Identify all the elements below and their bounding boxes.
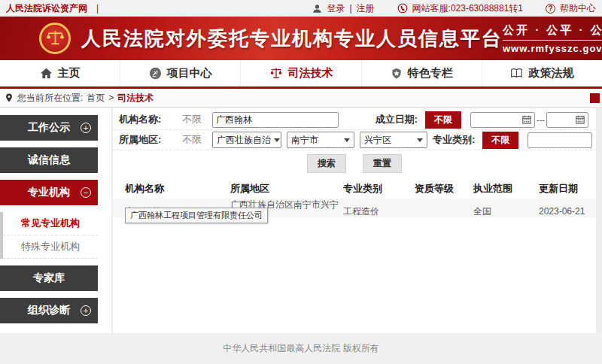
calendar-icon[interactable] bbox=[576, 115, 585, 124]
nav-label: 司法技术 bbox=[288, 66, 333, 80]
sidebar-item-work-publicity[interactable]: 工作公示 + bbox=[0, 115, 98, 141]
home-icon bbox=[40, 67, 53, 80]
sidebar: 工作公示 + 诚信信息 专业机构 − 常见专业机构 特殊专业机构 专家库 组织诊… bbox=[0, 115, 98, 330]
date-range-separator: --- bbox=[537, 115, 545, 124]
province-select[interactable]: 广西壮族自治 bbox=[212, 132, 281, 148]
nav-item-policy[interactable]: 政策法规 bbox=[482, 60, 602, 86]
city-select[interactable]: 南宁市 bbox=[287, 132, 354, 148]
table-header-row: 机构名称 所属地区 专业类别 资质等级 执业范围 更新日期 bbox=[113, 179, 596, 199]
col-header-region: 所属地区 bbox=[230, 182, 343, 196]
region-any[interactable]: 不限 bbox=[172, 133, 212, 147]
breadcrumb-current: 司法技术 bbox=[117, 92, 154, 105]
category-input[interactable] bbox=[528, 132, 592, 148]
login-register-divider: | bbox=[349, 3, 351, 14]
district-select[interactable]: 兴宁区 bbox=[360, 132, 427, 148]
project-center-icon bbox=[149, 67, 162, 80]
breadcrumb: 您当前所在位置: 首页 > 司法技术 bbox=[0, 89, 602, 108]
page-footer: 中华人民共和国最高人民法院 版权所有 bbox=[0, 333, 602, 364]
filter-row-org-name: 机构名称: 不限 成立日期: 不限 --- bbox=[113, 110, 596, 130]
col-header-grade: 资质等级 bbox=[415, 182, 473, 196]
sidebar-item-integrity-info[interactable]: 诚信信息 bbox=[0, 147, 98, 173]
banner-slogan: 公开 · 公平 · 公正 bbox=[503, 23, 602, 41]
site-name[interactable]: 人民法院诉讼资产网 bbox=[6, 2, 87, 15]
scales-icon bbox=[269, 67, 283, 80]
nav-item-project-center[interactable]: 项目中心 bbox=[120, 60, 241, 86]
content-area: 工作公示 + 诚信信息 专业机构 − 常见专业机构 特殊专业机构 专家库 组织诊… bbox=[0, 108, 602, 333]
cell-updated: 2023-06-21 bbox=[539, 206, 596, 217]
cell-category: 工程造价 bbox=[343, 205, 415, 218]
org-name-input[interactable] bbox=[212, 112, 339, 128]
breadcrumb-prefix: 您当前所在位置: bbox=[17, 92, 83, 105]
col-header-name: 机构名称 bbox=[125, 182, 230, 196]
col-header-category: 专业类别 bbox=[343, 182, 415, 196]
founding-date-any-button[interactable]: 不限 bbox=[425, 111, 461, 129]
top-utility-bar: 人民法院诉讼资产网 | 登录 | 注册 网站客服:023-63088881转1 … bbox=[0, 0, 602, 17]
col-header-updated: 更新日期 bbox=[539, 182, 596, 196]
court-emblem-logo bbox=[39, 23, 71, 54]
submenu-item-special-institutions[interactable]: 特殊专业机构 bbox=[3, 235, 98, 259]
nav-item-home[interactable]: 主页 bbox=[0, 60, 120, 86]
main-nav: 主页 项目中心 司法技术 特色专栏 政策法规 bbox=[0, 60, 602, 89]
user-icon bbox=[312, 4, 322, 14]
customer-service-link[interactable]: 网站客服:023-63088881转1 bbox=[412, 2, 523, 15]
form-actions: 搜索 重置 bbox=[113, 153, 596, 173]
site-banner: 人民法院对外委托专业机构专业人员信息平台 公开 · 公平 · 公正 www.rm… bbox=[0, 17, 602, 60]
city-select-value: 南宁市 bbox=[291, 134, 318, 147]
phone-icon bbox=[397, 3, 408, 14]
search-button[interactable]: 搜索 bbox=[307, 154, 346, 173]
nav-item-judicial-technology[interactable]: 司法技术 bbox=[241, 60, 361, 86]
date-to-input[interactable] bbox=[546, 112, 588, 128]
filter-row-region: 所属地区: 不限 广西壮族自治 南宁市 兴宁区 专业类别: 不限 bbox=[113, 130, 596, 150]
org-name-tooltip: 广西翰林工程项目管理有限责任公司 bbox=[125, 208, 268, 223]
policy-book-icon bbox=[510, 67, 523, 80]
category-label: 专业类别: bbox=[433, 133, 475, 147]
founding-date-label: 成立日期: bbox=[375, 113, 418, 126]
submenu-item-common-institutions[interactable]: 常见专业机构 bbox=[3, 212, 98, 235]
location-pin-icon bbox=[5, 93, 14, 102]
sidebar-item-expert-pool[interactable]: 专家库 bbox=[0, 265, 98, 291]
nav-item-featured-column[interactable]: 特色专栏 bbox=[362, 60, 482, 86]
sidebar-item-professional-institutions[interactable]: 专业机构 − bbox=[0, 180, 98, 205]
help-center-link[interactable]: 帮助中心 bbox=[560, 2, 596, 15]
cell-scope: 全国 bbox=[473, 205, 539, 218]
topbar-divider: | bbox=[96, 3, 99, 14]
nav-label: 项目中心 bbox=[167, 66, 212, 80]
banner-website: www.rmfysszc.gov.cn bbox=[503, 43, 602, 54]
province-select-value: 广西壮族自治 bbox=[217, 134, 271, 147]
reset-button[interactable]: 重置 bbox=[363, 154, 402, 173]
copyright-text: 中华人民共和国最高人民法院 版权所有 bbox=[223, 342, 379, 355]
sidebar-submenu: 常见专业机构 特殊专业机构 bbox=[0, 212, 98, 259]
breadcrumb-separator: > bbox=[108, 93, 114, 103]
expand-icon[interactable]: + bbox=[81, 123, 91, 133]
category-any-button[interactable]: 不限 bbox=[482, 132, 518, 149]
district-select-value: 兴宁区 bbox=[364, 134, 391, 147]
collapse-icon[interactable]: − bbox=[81, 187, 91, 198]
nav-label: 特色专栏 bbox=[408, 66, 453, 80]
chevron-down-icon bbox=[274, 138, 280, 142]
sidebar-item-label: 诚信信息 bbox=[28, 153, 70, 167]
sidebar-item-organization-diagnosis[interactable]: 组织诊断 + bbox=[0, 298, 98, 323]
org-name-any[interactable]: 不限 bbox=[172, 113, 212, 126]
sidebar-item-label: 专家库 bbox=[33, 271, 65, 285]
expand-icon[interactable]: + bbox=[81, 305, 91, 316]
platform-title: 人民法院对外委托专业机构专业人员信息平台 bbox=[81, 26, 503, 52]
main-panel: 机构名称: 不限 成立日期: 不限 --- 所属地区: 不限 广西 bbox=[113, 108, 596, 333]
sidebar-item-label: 组织诊断 bbox=[28, 304, 70, 317]
sidebar-item-label: 专业机构 bbox=[28, 186, 70, 199]
org-name-label: 机构名称: bbox=[119, 113, 172, 126]
chevron-down-icon bbox=[417, 138, 423, 142]
col-header-scope: 执业范围 bbox=[473, 182, 539, 196]
help-icon: ? bbox=[546, 4, 555, 14]
date-from-input[interactable] bbox=[470, 112, 535, 128]
featured-column-icon bbox=[391, 68, 403, 80]
nav-label: 政策法规 bbox=[528, 66, 573, 80]
calendar-icon[interactable] bbox=[522, 115, 531, 124]
scroll-indicator[interactable] bbox=[590, 93, 600, 103]
breadcrumb-home[interactable]: 首页 bbox=[87, 92, 105, 105]
sidebar-item-label: 工作公示 bbox=[28, 121, 70, 135]
chevron-down-icon bbox=[344, 138, 350, 142]
nav-label: 主页 bbox=[58, 66, 81, 80]
region-label: 所属地区: bbox=[119, 133, 172, 147]
login-link[interactable]: 登录 bbox=[327, 2, 345, 15]
register-link[interactable]: 注册 bbox=[357, 2, 375, 15]
